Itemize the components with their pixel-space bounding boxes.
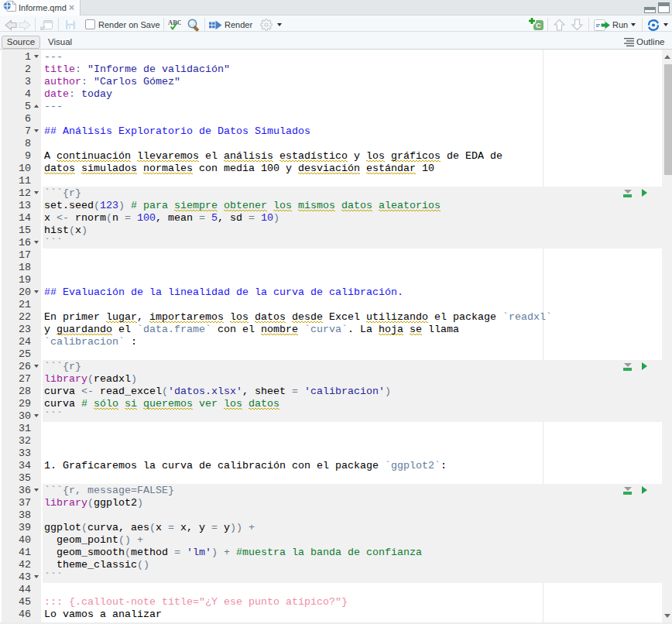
svg-text:ABC: ABC — [168, 19, 181, 26]
